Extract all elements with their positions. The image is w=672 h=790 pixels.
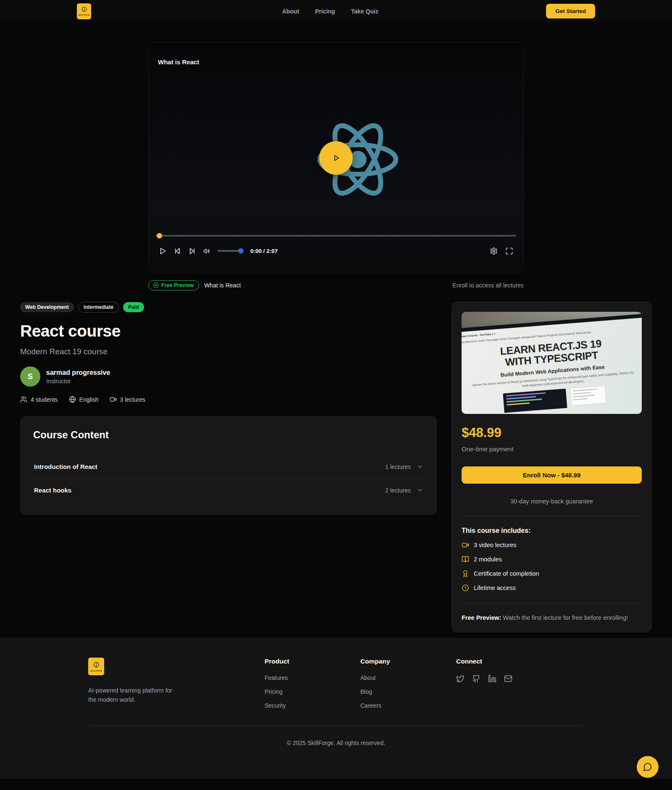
mail-icon (504, 674, 512, 683)
thumbnail-monitor: React Course - YouTube × + Introduction … (462, 313, 642, 414)
students-label: 4 students (31, 396, 58, 403)
footer-link-pricing[interactable]: Pricing (265, 688, 328, 695)
next-lecture-button[interactable] (188, 247, 196, 255)
twitter-link[interactable] (456, 674, 465, 683)
github-link[interactable] (472, 674, 480, 683)
settings-button[interactable] (490, 247, 498, 255)
nav-pricing[interactable]: Pricing (315, 8, 335, 15)
volume-icon (203, 247, 211, 255)
preview-bar: Free Preview What is React Enroll to acc… (148, 280, 524, 290)
footer-company-heading: Company (360, 658, 423, 665)
section-title: React hooks (34, 487, 71, 494)
big-play-button[interactable] (319, 141, 353, 175)
footer-divider (88, 726, 584, 726)
footer: SKILLFORGE AI-powered learning platform … (0, 638, 672, 779)
footer-tagline: AI-powered learning platform for the mod… (88, 686, 172, 704)
top-navigation-bar: SKILLFORGE About Pricing Take Quiz Get S… (0, 0, 672, 22)
footer-product-heading: Product (265, 658, 328, 665)
skillforge-logo[interactable]: SKILLFORGE (77, 3, 91, 19)
nav-about[interactable]: About (282, 8, 299, 15)
enroll-now-button[interactable]: Enroll Now - $48.99 (462, 466, 642, 484)
current-lecture-title: What is React (204, 282, 241, 289)
skillforge-footer-logo[interactable]: SKILLFORGE (88, 658, 104, 675)
category-badge: Web Development (20, 302, 74, 312)
time-display: 0:00 / 2:07 (250, 248, 278, 254)
language-stat: English (69, 396, 99, 403)
lectures-label: 3 lectures (120, 396, 146, 403)
section-title: Introduction of React (34, 463, 97, 470)
email-link[interactable] (504, 674, 512, 683)
footer-connect-heading: Connect (456, 658, 519, 665)
students-stat: 4 students (20, 396, 58, 403)
free-preview-label: Free Preview (161, 282, 194, 288)
player-controls: 0:00 / 2:07 (149, 244, 523, 258)
instructor-name: sarmad progressive (46, 369, 110, 377)
free-preview-badge[interactable]: Free Preview (148, 280, 199, 290)
language-label: English (79, 396, 99, 403)
brand-name: SKILLFORGE (90, 670, 102, 672)
level-badge: intermediate (78, 302, 119, 313)
chevron-down-icon (417, 463, 423, 470)
section-row-introduction[interactable]: Introduction of React 1 lectures (33, 455, 424, 478)
video-icon (462, 541, 469, 549)
divider (462, 603, 642, 603)
fullscreen-button[interactable] (505, 247, 513, 255)
course-price: $48.99 (462, 425, 642, 440)
include-modules: 2 modules (462, 556, 642, 563)
award-icon (462, 570, 469, 577)
chat-bubble-icon (643, 762, 652, 772)
avatar: S (20, 366, 40, 387)
video-icon (110, 396, 117, 403)
course-thumbnail: React Course - YouTube × + Introduction … (462, 312, 642, 414)
free-preview-note-text: Watch the first lecture for free before … (501, 614, 628, 621)
include-certificate: Certificate of completion (462, 570, 642, 577)
course-overview: Web Development intermediate Paid React … (20, 302, 437, 632)
footer-link-security[interactable]: Security (265, 702, 328, 709)
includes-title: This course includes: (462, 527, 642, 535)
video-stage (149, 42, 523, 234)
volume-slider[interactable] (218, 250, 243, 252)
thumbnail-code-block (503, 388, 567, 413)
footer-link-about[interactable]: About (360, 674, 423, 681)
nav-take-quiz[interactable]: Take Quiz (351, 8, 378, 15)
paid-badge: Paid (123, 302, 144, 312)
thumbnail-watermark: Grok (631, 408, 638, 411)
page-title: React course (20, 322, 437, 340)
section-row-react-hooks[interactable]: React hooks 2 lectures (33, 478, 424, 502)
brain-icon (92, 661, 100, 669)
include-video-lectures: 3 video lectures (462, 541, 642, 549)
include-label: 3 video lectures (474, 542, 517, 548)
progress-knob[interactable] (157, 233, 162, 239)
free-preview-note-label: Free Preview: (462, 614, 501, 621)
twitter-icon (456, 674, 465, 683)
thumbnail-diagram-block (570, 385, 606, 406)
previous-lecture-button[interactable] (173, 247, 181, 255)
footer-link-careers[interactable]: Careers (360, 702, 423, 709)
mute-button[interactable] (203, 247, 211, 255)
include-label: Lifetime access (474, 585, 516, 591)
linkedin-link[interactable] (488, 674, 496, 683)
brain-icon (81, 6, 88, 13)
lectures-stat: 3 lectures (110, 396, 146, 403)
play-icon (159, 247, 167, 255)
skip-back-icon (173, 247, 181, 255)
footer-link-features[interactable]: Features (265, 674, 328, 681)
course-subtitle: Modern React 19 course (20, 347, 437, 356)
include-label: Certificate of completion (474, 570, 539, 577)
play-button[interactable] (159, 247, 167, 255)
chat-fab-button[interactable] (637, 756, 659, 778)
clock-icon (462, 584, 469, 592)
instructor-row: S sarmad progressive Instructor (20, 366, 437, 387)
fullscreen-icon (505, 247, 513, 255)
chevron-down-icon (417, 487, 423, 493)
get-started-button[interactable]: Get Started (546, 4, 595, 18)
footer-link-blog[interactable]: Blog (360, 688, 423, 695)
divider (462, 516, 642, 516)
include-lifetime-access: Lifetime access (462, 584, 642, 592)
purchase-card: React Course - YouTube × + Introduction … (452, 302, 652, 632)
progress-bar[interactable] (156, 235, 516, 237)
instructor-role: Instructor (46, 378, 110, 384)
volume-thumb[interactable] (238, 248, 244, 254)
users-icon (20, 396, 27, 403)
section-lecture-count: 2 lectures (385, 487, 411, 494)
